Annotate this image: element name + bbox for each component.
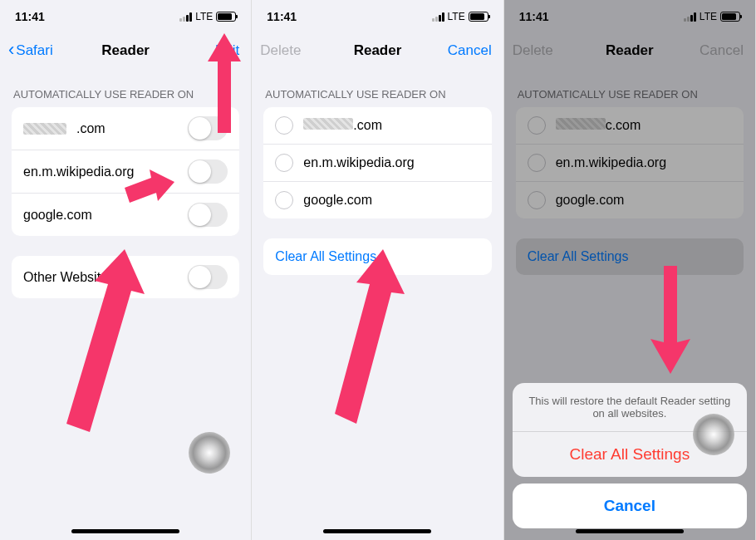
nav-bar: ‹ Safari Reader Edit	[0, 33, 251, 68]
other-websites-row: Other Websites	[12, 256, 239, 298]
clear-label: Clear All Settings	[275, 249, 376, 264]
other-group: Other Websites	[12, 256, 239, 298]
clear-all-button[interactable]: Clear All Settings	[263, 238, 491, 275]
site-label: google.com	[303, 193, 372, 208]
cancel-button[interactable]: Cancel	[448, 42, 492, 59]
toggle-switch[interactable]	[188, 265, 228, 289]
back-label: Safari	[16, 42, 52, 59]
edit-button[interactable]: Edit	[215, 42, 239, 59]
status-time: 11:41	[267, 10, 297, 23]
action-sheet-cancel-button[interactable]: Cancel	[513, 484, 747, 528]
screen-edit: 11:41 LTE Delete Reader Cancel AUTOMATIC…	[252, 0, 503, 540]
site-row: google.com	[12, 194, 239, 236]
sites-group: .com en.m.wikipedia.org google.com	[263, 107, 491, 218]
page-title: Reader	[101, 42, 150, 59]
home-indicator[interactable]	[323, 529, 431, 533]
site-row[interactable]: en.m.wikipedia.org	[263, 145, 491, 182]
site-row: en.m.wikipedia.org	[12, 150, 239, 194]
home-indicator[interactable]	[71, 529, 179, 533]
status-time: 11:41	[15, 10, 45, 23]
network-label: LTE	[195, 11, 213, 22]
site-selectable: .com	[275, 116, 382, 135]
status-bar: 11:41 LTE	[252, 0, 503, 33]
toggle-switch[interactable]	[188, 116, 228, 140]
toggle-switch[interactable]	[188, 160, 228, 184]
toggle-switch[interactable]	[188, 203, 228, 227]
delete-button[interactable]: Delete	[260, 42, 301, 59]
site-label: en.m.wikipedia.org	[303, 155, 414, 170]
screen-actionsheet: 11:41 LTE Delete Reader Cancel AUTOMATIC…	[504, 0, 756, 540]
chevron-left-icon: ‹	[8, 39, 14, 61]
nav-bar: Delete Reader Cancel	[252, 33, 503, 68]
other-label: Other Websites	[23, 270, 115, 285]
action-sheet: This will restore the default Reader set…	[513, 383, 747, 528]
back-button[interactable]: ‹ Safari	[8, 40, 53, 61]
redacted-text	[23, 123, 66, 135]
screen-normal: 11:41 LTE ‹ Safari Reader Edit AUTOMATIC…	[0, 0, 252, 540]
site-selectable: en.m.wikipedia.org	[275, 154, 414, 172]
signal-icon	[432, 12, 444, 22]
page-title: Reader	[354, 42, 402, 59]
site-label: google.com	[23, 208, 92, 223]
section-header: AUTOMATICALLY USE READER ON	[0, 68, 251, 107]
annotation-arrow-icon	[335, 249, 410, 424]
site-row[interactable]: google.com	[263, 182, 491, 218]
network-label: LTE	[448, 11, 465, 22]
clear-group: Clear All Settings	[263, 238, 491, 275]
radio-icon[interactable]	[275, 154, 293, 172]
site-label: .com	[23, 121, 106, 136]
status-indicators: LTE	[179, 11, 236, 22]
battery-icon	[469, 12, 488, 22]
site-label: .com	[303, 118, 382, 133]
site-label: en.m.wikipedia.org	[23, 164, 134, 179]
redacted-text	[303, 118, 353, 130]
site-selectable: google.com	[275, 191, 372, 209]
sites-group: .com en.m.wikipedia.org google.com	[12, 107, 239, 236]
assistive-touch-icon[interactable]	[189, 432, 230, 474]
status-bar: 11:41 LTE	[0, 0, 251, 33]
radio-icon[interactable]	[275, 191, 293, 209]
site-row[interactable]: .com	[263, 107, 491, 145]
status-indicators: LTE	[432, 11, 488, 22]
radio-icon[interactable]	[275, 116, 293, 135]
battery-icon	[216, 12, 236, 22]
site-row: .com	[12, 107, 239, 150]
home-indicator[interactable]	[576, 529, 684, 533]
section-header: AUTOMATICALLY USE READER ON	[252, 68, 503, 107]
assistive-touch-icon[interactable]	[693, 414, 734, 455]
signal-icon	[179, 12, 192, 22]
